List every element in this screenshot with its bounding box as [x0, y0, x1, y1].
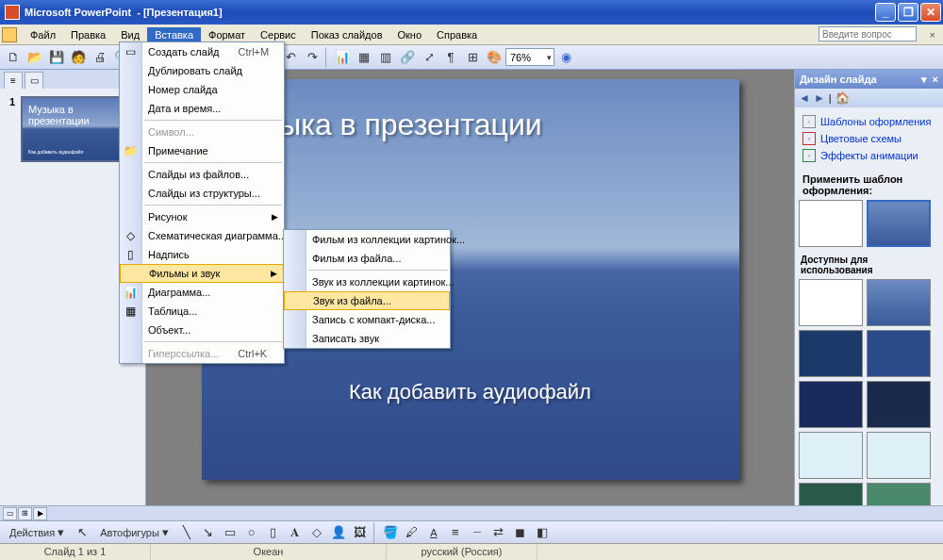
- doc-close-button[interactable]: ×: [924, 27, 941, 42]
- menu-window[interactable]: Окно: [390, 27, 430, 42]
- redo-icon[interactable]: ↷: [302, 47, 323, 68]
- task-pane-close-icon[interactable]: ×: [933, 74, 938, 85]
- draw-actions-button[interactable]: Действия ▾: [3, 522, 71, 543]
- tables-borders-icon[interactable]: ▥: [375, 47, 396, 68]
- design-link[interactable]: ▫Шаблоны оформления: [802, 113, 935, 130]
- menu-item[interactable]: Рисунок▶: [120, 207, 284, 226]
- arrow-style-icon[interactable]: ⇄: [488, 522, 509, 543]
- arrow-icon[interactable]: ↘: [198, 522, 219, 543]
- nav-home-icon[interactable]: 🏠: [835, 91, 850, 105]
- menu-file[interactable]: Файл: [23, 27, 63, 42]
- show-formatting-icon[interactable]: ¶: [440, 47, 461, 68]
- submenu-item[interactable]: Звук из коллекции картинок...: [284, 272, 450, 291]
- menu-item[interactable]: 📁Примечание: [120, 141, 284, 160]
- menu-item[interactable]: Дата и время...: [120, 99, 284, 118]
- dash-style-icon[interactable]: ┈: [467, 522, 488, 543]
- chart-icon[interactable]: 📊: [332, 47, 353, 68]
- slide-subtitle[interactable]: Как добавить аудиофайл: [225, 380, 716, 404]
- slideshow-view-icon[interactable]: ▶: [33, 507, 47, 520]
- wordart-icon[interactable]: 𝐀: [285, 522, 306, 543]
- template-thumb[interactable]: [867, 381, 931, 428]
- template-thumb[interactable]: [867, 483, 931, 507]
- slides-tab[interactable]: ▭: [25, 72, 43, 89]
- menu-view[interactable]: Вид: [113, 27, 147, 42]
- select-icon[interactable]: ↖: [72, 522, 92, 543]
- print-icon[interactable]: 🖨: [90, 47, 110, 68]
- outline-tab[interactable]: ≡: [4, 72, 23, 89]
- template-thumb[interactable]: [867, 330, 931, 377]
- font-color2-icon[interactable]: A: [423, 522, 444, 543]
- menu-item[interactable]: Объект...: [120, 321, 284, 339]
- permission-icon[interactable]: 🧑: [68, 47, 89, 68]
- design-link[interactable]: ▫Цветовые схемы: [802, 130, 935, 147]
- menu-item[interactable]: ◇Схематическая диаграмма...: [120, 226, 284, 245]
- task-pane-title: Дизайн слайда: [800, 74, 877, 85]
- shadow-style-icon[interactable]: ◼: [510, 522, 531, 543]
- menu-item[interactable]: 📊Диаграмма...: [120, 283, 284, 302]
- menu-item[interactable]: ▭Создать слайдCtrl+M: [120, 42, 284, 61]
- minimize-button[interactable]: _: [875, 3, 896, 22]
- task-pane-dropdown-icon[interactable]: ▾: [921, 74, 927, 86]
- submenu-item[interactable]: Запись с компакт-диска...: [284, 310, 450, 329]
- fill-color-icon[interactable]: 🪣: [380, 522, 401, 543]
- clipart-icon[interactable]: 👤: [328, 522, 349, 543]
- menu-item[interactable]: Номер слайда: [120, 80, 284, 99]
- table-icon[interactable]: ▦: [354, 47, 374, 68]
- thumbnail-1[interactable]: 1 Музыка в презентации Как добавить ауди…: [9, 96, 136, 162]
- expand-icon[interactable]: ⤢: [419, 47, 439, 68]
- diagram-icon[interactable]: ◇: [306, 522, 327, 543]
- rect-icon[interactable]: ▭: [220, 522, 240, 543]
- menu-insert[interactable]: Вставка: [147, 27, 201, 42]
- template-thumb[interactable]: [867, 279, 931, 326]
- template-thumb[interactable]: [867, 200, 931, 247]
- menu-help[interactable]: Справка: [429, 27, 485, 42]
- help-question-input[interactable]: [819, 26, 917, 41]
- picture-icon[interactable]: 🖼: [350, 522, 371, 543]
- 3d-style-icon[interactable]: ◧: [532, 522, 553, 543]
- submenu-item[interactable]: Фильм из файла...: [284, 249, 450, 268]
- color-icon[interactable]: 🎨: [484, 47, 505, 68]
- template-thumb[interactable]: [799, 200, 863, 247]
- help-icon[interactable]: ◉: [555, 47, 576, 68]
- template-thumb[interactable]: [799, 381, 863, 428]
- doc-icon[interactable]: [2, 27, 17, 42]
- line-color-icon[interactable]: 🖊: [402, 522, 422, 543]
- menu-format[interactable]: Формат: [201, 27, 253, 42]
- autoshapes-button[interactable]: Автофигуры ▾: [93, 522, 175, 543]
- nav-fwd-icon[interactable]: ►: [814, 91, 825, 105]
- template-thumb[interactable]: [799, 279, 863, 326]
- textbox-icon[interactable]: ▯: [263, 522, 284, 543]
- zoom-combo[interactable]: 76%: [505, 48, 554, 66]
- save-icon[interactable]: 💾: [46, 47, 67, 68]
- menu-edit[interactable]: Правка: [63, 27, 113, 42]
- menu-tools[interactable]: Сервис: [253, 27, 304, 42]
- hyperlink-icon[interactable]: 🔗: [397, 47, 418, 68]
- menu-item[interactable]: ▯Надпись: [120, 245, 284, 264]
- menu-item[interactable]: Фильмы и звук▶: [120, 264, 284, 283]
- normal-view-icon[interactable]: ▭: [3, 507, 17, 520]
- line-style-icon[interactable]: ≡: [445, 522, 466, 543]
- menu-item[interactable]: Дублировать слайд: [120, 61, 284, 80]
- menu-item[interactable]: Слайды из структуры...: [120, 184, 284, 203]
- oval-icon[interactable]: ○: [241, 522, 262, 543]
- maximize-button[interactable]: ❐: [898, 3, 918, 22]
- template-thumb[interactable]: [799, 483, 863, 507]
- open-icon[interactable]: 📂: [25, 47, 45, 68]
- menu-item[interactable]: Слайды из файлов...: [120, 165, 284, 184]
- new-icon[interactable]: 🗋: [3, 47, 24, 68]
- slide-title[interactable]: Музыка в презентации: [225, 107, 716, 142]
- design-link[interactable]: ▫Эффекты анимации: [802, 147, 935, 164]
- submenu-item[interactable]: Звук из файла...: [284, 291, 450, 310]
- line-icon[interactable]: ╲: [176, 522, 197, 543]
- menu-item[interactable]: ▦Таблица...: [120, 302, 284, 321]
- template-thumb[interactable]: [799, 432, 863, 479]
- menu-slideshow[interactable]: Показ слайдов: [304, 27, 390, 42]
- nav-back-icon[interactable]: ◄: [799, 91, 810, 105]
- close-button[interactable]: ✕: [920, 3, 941, 22]
- template-thumb[interactable]: [867, 432, 931, 479]
- submenu-item[interactable]: Фильм из коллекции картинок...: [284, 230, 450, 249]
- show-grid-icon[interactable]: ⊞: [462, 47, 483, 68]
- template-thumb[interactable]: [799, 330, 863, 377]
- submenu-item[interactable]: Записать звук: [284, 329, 450, 348]
- sorter-view-icon[interactable]: ⊞: [18, 507, 32, 520]
